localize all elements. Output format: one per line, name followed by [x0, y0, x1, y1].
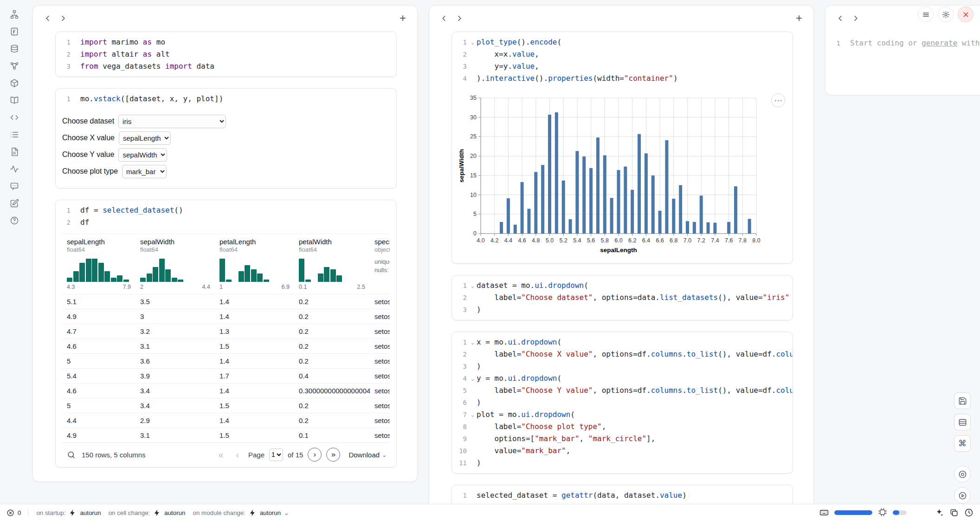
- chart-actions-button[interactable]: ⋯: [771, 93, 785, 107]
- download-button[interactable]: Download⌄: [348, 451, 387, 459]
- on-module-change-autorun-button[interactable]: on module change: autorun ⌄: [193, 509, 290, 517]
- code-line[interactable]: 1mo.vstack([dataset, x, y, plot]): [56, 93, 392, 105]
- on-startup-autorun-button[interactable]: on startup: autorun: [36, 509, 101, 517]
- datasets-icon[interactable]: [7, 44, 22, 54]
- table-row[interactable]: 4.42.91.40.2setosa: [62, 413, 390, 428]
- code-line[interactable]: 2df: [56, 216, 392, 228]
- chevron-right-icon[interactable]: [848, 10, 864, 26]
- errors-indicator[interactable]: 0: [6, 509, 21, 517]
- code-line[interactable]: 8 label="Choose plot type",: [452, 421, 788, 433]
- add-cell-button[interactable]: +: [791, 10, 807, 26]
- dropdown-select[interactable]: sepalWidth: [118, 148, 167, 162]
- run-all-play-icon[interactable]: [954, 487, 971, 504]
- table-row[interactable]: 53.41.50.2setosa: [62, 398, 390, 413]
- code-line[interactable]: 2 label="Choose X value", options=df.col…: [452, 348, 788, 360]
- code-line[interactable]: 1⌄x = mo.ui.dropdown(: [452, 336, 788, 348]
- code-line[interactable]: 5 label="Choose Y value", options=df.col…: [452, 384, 788, 397]
- code-line[interactable]: 3 y=y.value,: [452, 60, 788, 72]
- settings-gear-icon[interactable]: [938, 7, 954, 22]
- column-header[interactable]: petalLengthfloat64: [215, 234, 294, 255]
- chevron-left-icon[interactable]: [39, 10, 55, 26]
- code-line[interactable]: 3from vega_datasets import data: [56, 60, 392, 72]
- fold-marker[interactable]: ⌄: [469, 36, 477, 48]
- column-header[interactable]: sepalWidthfloat64: [135, 234, 215, 255]
- code-line[interactable]: 2import altair as alt: [56, 48, 392, 60]
- table-row[interactable]: 4.93.11.50.1setosa: [62, 428, 390, 443]
- code-editor[interactable]: 1mo.vstack([dataset, x, y, plot]): [56, 89, 396, 109]
- code-line[interactable]: 11): [452, 457, 788, 469]
- menu-icon[interactable]: [918, 7, 934, 22]
- scratchpad-icon[interactable]: [7, 198, 22, 208]
- on-cell-change-autorun-button[interactable]: on cell change: autorun: [109, 509, 186, 517]
- files-icon[interactable]: [7, 9, 22, 20]
- code-line[interactable]: 2 x=x.value,: [452, 48, 788, 60]
- dropdown-select[interactable]: sepalLength: [119, 131, 171, 145]
- code-line[interactable]: 7⌄plot = mo.ui.dropdown(: [452, 409, 788, 421]
- code-line[interactable]: 4).interactive().properties(width="conta…: [452, 72, 788, 85]
- ai-sparkles-icon[interactable]: [935, 508, 944, 517]
- table-layout-icon[interactable]: [954, 414, 971, 430]
- table-row[interactable]: 4.73.21.30.2setosa: [62, 324, 390, 339]
- code-line[interactable]: 2 label="Choose dataset", options=data.l…: [452, 292, 788, 304]
- empty-cell-editor[interactable]: 1 Start coding or generate with AI: [825, 31, 980, 82]
- shutdown-close-icon[interactable]: [958, 7, 974, 22]
- code-editor[interactable]: 1⌄dataset = mo.ui.dropdown(2 label="Choo…: [452, 275, 793, 320]
- layers-copy-icon[interactable]: [949, 508, 959, 517]
- code-line[interactable]: 10 value="mark_bar",: [452, 445, 788, 457]
- logs-icon[interactable]: [7, 147, 22, 157]
- code-editor[interactable]: 1df = selected_dataset()2df: [56, 200, 396, 233]
- altair-chart[interactable]: 4.04.24.44.64.85.05.25.45.65.86.06.26.46…: [452, 89, 793, 263]
- keyboard-icon[interactable]: [819, 508, 829, 517]
- documentation-icon[interactable]: [7, 95, 22, 105]
- snippets-icon[interactable]: [7, 112, 22, 123]
- fold-marker[interactable]: ⌄: [469, 409, 477, 421]
- pager-first-button[interactable]: «: [215, 449, 227, 460]
- dropdown-select[interactable]: iris: [118, 115, 226, 128]
- code-editor[interactable]: 1selected_dataset = getattr(data, datase…: [452, 485, 793, 506]
- code-line[interactable]: 1selected_dataset = getattr(data, datase…: [452, 489, 788, 501]
- column-header[interactable]: petalWidthfloat64: [294, 234, 370, 255]
- history-clock-icon[interactable]: [964, 508, 974, 517]
- tracebacks-icon[interactable]: [7, 164, 22, 174]
- table-row[interactable]: 53.61.40.2setosa: [62, 353, 390, 368]
- dropdown-select[interactable]: mark_bar: [122, 165, 167, 178]
- code-line[interactable]: 3): [452, 304, 788, 316]
- code-line[interactable]: 1df = selected_dataset(): [56, 204, 392, 216]
- table-row[interactable]: 4.63.11.50.2setosa: [62, 339, 390, 353]
- keyboard-shortcuts-command-icon[interactable]: ⌘: [954, 435, 971, 452]
- code-editor[interactable]: 1import marimo as mo2import altair as al…: [56, 32, 396, 77]
- column-header[interactable]: sepalLengthfloat64: [62, 234, 135, 255]
- marimo-file-icon[interactable]: [7, 26, 22, 37]
- chevron-left-icon[interactable]: [832, 10, 848, 26]
- pager-prev-button[interactable]: ‹: [232, 449, 244, 460]
- code-line[interactable]: 4⌄y = mo.ui.dropdown(: [452, 372, 788, 384]
- code-line[interactable]: 1⌄plot_type().encode(: [452, 36, 788, 48]
- pager-next-button[interactable]: ›: [308, 448, 322, 462]
- outline-icon[interactable]: [7, 130, 22, 140]
- packages-icon[interactable]: [7, 78, 22, 88]
- code-line[interactable]: 9 options=["mark_bar", "mark_circle"],: [452, 433, 788, 445]
- code-line[interactable]: 1import marimo as mo: [56, 36, 392, 48]
- search-icon[interactable]: [65, 449, 77, 461]
- code-line[interactable]: 6): [452, 397, 788, 409]
- code-editor[interactable]: 1⌄plot_type().encode(2 x=x.value,3 y=y.v…: [452, 32, 793, 89]
- generate-with-ai-link[interactable]: generate: [922, 39, 957, 47]
- help-icon[interactable]: [7, 215, 22, 226]
- add-cell-button[interactable]: +: [395, 10, 411, 26]
- chevron-right-icon[interactable]: [55, 10, 71, 26]
- fold-marker[interactable]: ⌄: [469, 336, 477, 348]
- fold-marker[interactable]: ⌄: [469, 280, 477, 292]
- dependencies-icon[interactable]: [7, 61, 22, 71]
- code-editor[interactable]: 1⌄x = mo.ui.dropdown(2 label="Choose X v…: [452, 332, 793, 473]
- chevron-left-icon[interactable]: [436, 10, 451, 26]
- bar-chart[interactable]: 4.04.24.44.64.85.05.25.45.65.86.06.26.46…: [458, 91, 764, 255]
- chat-icon[interactable]: [7, 181, 22, 191]
- save-icon[interactable]: [954, 392, 971, 409]
- table-row[interactable]: 5.13.51.40.2setosa: [62, 294, 390, 309]
- table-row[interactable]: 5.43.91.70.4setosa: [62, 368, 390, 383]
- stop-icon[interactable]: [954, 466, 971, 482]
- column-header[interactable]: speciesobject: [370, 234, 390, 255]
- fold-marker[interactable]: ⌄: [469, 372, 477, 384]
- chevron-right-icon[interactable]: [451, 10, 467, 26]
- code-line[interactable]: 1⌄dataset = mo.ui.dropdown(: [452, 280, 788, 292]
